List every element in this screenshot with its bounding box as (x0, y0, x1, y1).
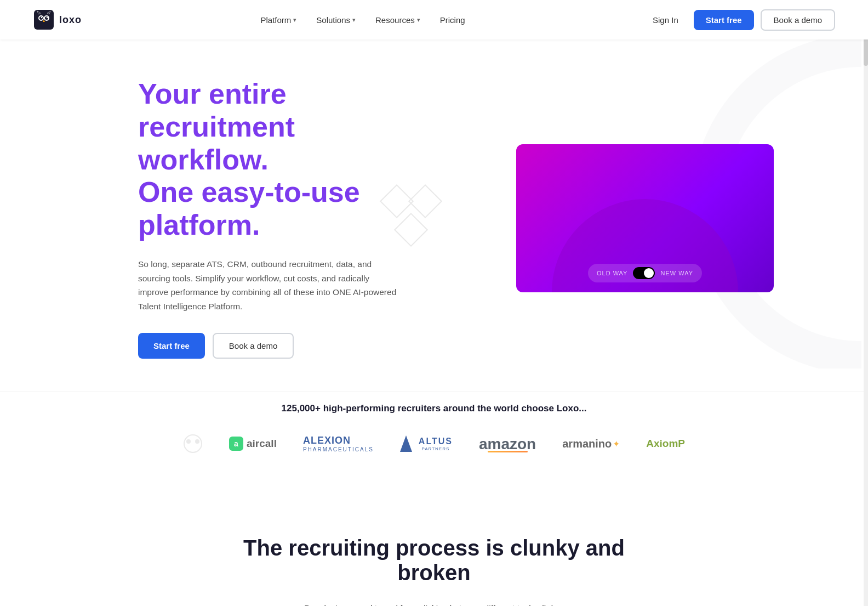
toggle-switch[interactable] (633, 267, 655, 279)
svg-point-5 (41, 17, 42, 18)
svg-point-4 (45, 16, 48, 20)
altus-arrow-icon (400, 435, 412, 452)
armanino-text: armanino (562, 438, 612, 450)
logo-armanino: armanino ✦ (562, 438, 620, 450)
logo-aircall: a aircall (229, 437, 277, 451)
axiom-text: AxiomP (646, 438, 685, 450)
chevron-down-icon: ▾ (293, 16, 296, 24)
book-demo-button[interactable]: Book a demo (761, 9, 835, 31)
logo[interactable]: loxo (33, 9, 82, 31)
chevron-down-icon: ▾ (352, 16, 356, 24)
social-proof-text: 125,000+ high-performing recruiters arou… (33, 403, 835, 414)
amazon-text: amazon (479, 435, 536, 453)
toggle-knob (644, 268, 654, 278)
page-wrapper: Your entire recruitment workflow. One ea… (0, 0, 868, 606)
navbar: loxo Platform ▾ Solutions ▾ Resources ▾ … (0, 0, 868, 39)
hero-subtitle: So long, separate ATS, CRM, outbound rec… (138, 257, 401, 313)
logo-text: loxo (59, 14, 82, 26)
svg-point-6 (47, 17, 48, 18)
chevron-down-icon: ▾ (417, 16, 420, 24)
logo-axiom-partial: AxiomP (646, 438, 685, 450)
nav-platform[interactable]: Platform ▾ (253, 11, 304, 29)
aircall-icon: a (229, 437, 243, 451)
broken-content: The recruiting process is clunky and bro… (187, 503, 681, 606)
logo-amazon: amazon (479, 435, 536, 452)
scrollbar-track[interactable] (864, 0, 868, 606)
broken-title: The recruiting process is clunky and bro… (220, 536, 648, 585)
hero-buttons: Start free Book a demo (138, 333, 423, 359)
hero-title: Your entire recruitment workflow. One ea… (138, 78, 423, 242)
nav-resources[interactable]: Resources ▾ (368, 11, 428, 29)
svg-point-11 (184, 435, 202, 452)
svg-point-13 (195, 439, 199, 444)
hero-start-free-button[interactable]: Start free (138, 333, 205, 359)
svg-point-12 (186, 439, 191, 444)
toggle-old-label: OLD WAY (597, 270, 628, 276)
broken-desc-line1: Developing carpal tunnel from clicking b… (220, 601, 648, 606)
altus-sub: PARTNERS (419, 446, 453, 451)
svg-marker-14 (400, 435, 412, 452)
hero-section: Your entire recruitment workflow. One ea… (50, 39, 818, 392)
signin-button[interactable]: Sign In (644, 11, 687, 29)
old-new-toggle[interactable]: OLD WAY NEW WAY (588, 264, 702, 282)
nav-pricing[interactable]: Pricing (432, 11, 473, 29)
altus-text-block: ALTUS PARTNERS (419, 437, 453, 451)
amazon-smile (488, 451, 528, 452)
broken-desc: Developing carpal tunnel from clicking b… (220, 601, 648, 606)
alexion-sub: PHARMACEUTICALS (303, 446, 374, 452)
logo-alexion: ALEXION PHARMACEUTICALS (303, 435, 374, 452)
altus-name: ALTUS (419, 437, 453, 446)
partial-logo-icon (183, 434, 203, 454)
nav-actions: Sign In Start free Book a demo (644, 9, 835, 31)
aircall-text: aircall (247, 438, 277, 450)
logo-icon (33, 9, 55, 31)
logo-altus: ALTUS PARTNERS (400, 435, 453, 452)
svg-point-3 (39, 16, 43, 20)
diamond-decorations (385, 189, 437, 242)
social-proof-section: 125,000+ high-performing recruiters arou… (0, 392, 868, 475)
broken-section: The recruiting process is clunky and bro… (0, 475, 868, 606)
alexion-text: ALEXION (303, 435, 351, 446)
start-free-button[interactable]: Start free (694, 10, 754, 30)
toggle-new-label: NEW WAY (660, 270, 693, 276)
logos-row: a aircall ALEXION PHARMACEUTICALS ALTUS … (33, 434, 835, 454)
hero-book-demo-button[interactable]: Book a demo (213, 333, 294, 359)
logo-item-partial-left (183, 434, 203, 454)
armanino-star: ✦ (613, 439, 620, 449)
hero-video-block: OLD WAY NEW WAY (516, 144, 774, 292)
nav-solutions[interactable]: Solutions ▾ (309, 11, 363, 29)
nav-links: Platform ▾ Solutions ▾ Resources ▾ Prici… (253, 11, 472, 29)
hero-left: Your entire recruitment workflow. One ea… (138, 78, 423, 359)
